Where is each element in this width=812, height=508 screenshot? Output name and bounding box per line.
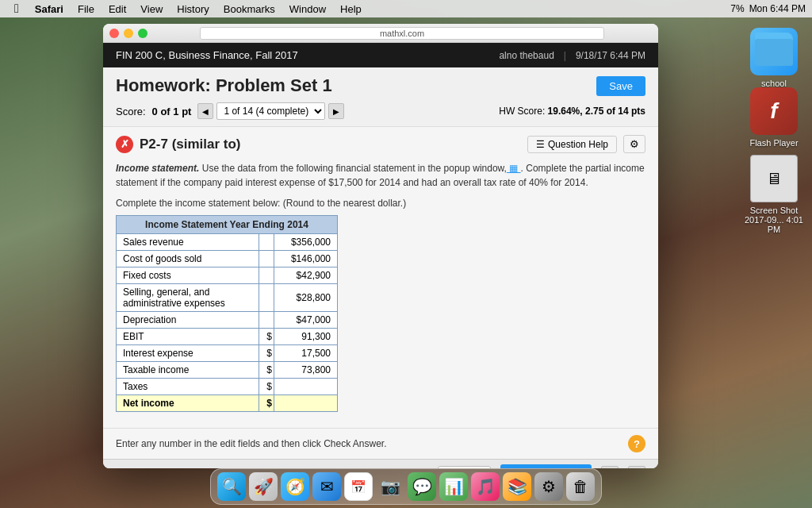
screenshot-icon: 🖥	[750, 155, 798, 202]
dock-books[interactable]: 📚	[503, 472, 531, 501]
settings-button[interactable]: ⚙	[623, 135, 645, 153]
maximize-button[interactable]	[138, 29, 147, 38]
row-dollar-sign: $	[259, 345, 274, 362]
apple-menu[interactable]: 	[6, 0, 27, 17]
table-row: Sales revenue$356,000	[117, 234, 338, 251]
row-dollar-sign: $	[259, 362, 274, 379]
row-dollar-sign	[259, 284, 274, 312]
url-bar[interactable]: mathxl.com	[200, 27, 604, 40]
row-label: Interest expense	[117, 345, 259, 362]
hw-header: Homework: Problem Set 1 Save Score: 0 of…	[103, 67, 658, 127]
instructions-prefix: Income statement.	[116, 163, 199, 174]
desktop-icon-school[interactable]: 🗂 school	[742, 28, 806, 88]
row-dollar-sign: $	[259, 379, 274, 395]
close-button[interactable]	[109, 29, 119, 38]
row-label: Cost of goods sold	[117, 251, 259, 267]
row-input[interactable]	[276, 381, 335, 392]
dock-messages[interactable]: 💬	[408, 472, 436, 501]
desktop-icon-flash-player[interactable]: f Flash Player	[742, 87, 806, 148]
table-row: Net income$	[117, 395, 338, 412]
row-value: $146,000	[274, 251, 338, 267]
dock-settings[interactable]: ⚙	[534, 472, 563, 501]
flash-player-icon: f	[750, 87, 798, 135]
browser-window: mathxl.com FIN 200 C, Business Finance, …	[103, 24, 658, 468]
desktop-icon-screenshot[interactable]: 🖥 Screen Shot 2017-09... 4:01 PM	[742, 155, 806, 234]
clock: Mon 6:44 PM	[749, 3, 806, 14]
minimize-button[interactable]	[124, 29, 133, 38]
row-label: EBIT	[117, 329, 259, 345]
hw-score-value: 19.64%, 2.75 of 14 pts	[548, 106, 645, 117]
table-row: EBIT$91,300	[117, 329, 338, 345]
table-row: Interest expense$17,500	[117, 345, 338, 362]
score-label: Score:	[116, 106, 146, 117]
income-statement-table: Income Statement Year Ending 2014 Sales …	[116, 215, 645, 412]
dock-launchpad[interactable]: 🚀	[249, 472, 278, 501]
row-label: Taxes	[117, 379, 259, 395]
prev-problem-button[interactable]: ◀	[197, 103, 213, 119]
row-input-cell[interactable]	[274, 395, 338, 412]
row-input-cell[interactable]	[274, 379, 338, 395]
row-label: Depreciation	[117, 312, 259, 329]
flash-player-icon-label: Flash Player	[749, 138, 798, 148]
row-value: $356,000	[274, 234, 338, 251]
row-label: Taxable income	[117, 362, 259, 379]
hw-score-label: HW Score:	[499, 106, 545, 117]
dock-music[interactable]: 🎵	[471, 472, 500, 501]
battery-status: 7%	[730, 3, 744, 14]
table-row: Selling, general, and administrative exp…	[117, 284, 338, 312]
save-button[interactable]: Save	[596, 76, 645, 96]
settings-icon: ⚙	[630, 138, 639, 150]
row-dollar-sign	[259, 251, 274, 267]
row-value: 91,300	[274, 329, 338, 345]
bottom-toolbar: All parts showing Clear All Check Answer…	[103, 459, 658, 468]
header-date: 9/18/17 6:44 PM	[576, 50, 645, 61]
dock-safari[interactable]: 🧭	[281, 472, 309, 501]
toolbar-prev-button[interactable]: ◀	[601, 466, 619, 469]
row-label: Fixed costs	[117, 267, 259, 284]
row-value: $42,900	[274, 267, 338, 284]
app-header: FIN 200 C, Business Finance, Fall 2017 a…	[103, 43, 658, 67]
dock-calendar[interactable]: 📅	[344, 472, 373, 501]
row-input[interactable]	[276, 398, 335, 409]
popup-window-link[interactable]: ▦	[507, 163, 521, 174]
screenshot-icon-label: Screen Shot 2017-09... 4:01 PM	[742, 206, 806, 234]
menu-bar:  Safari File Edit View History Bookmark…	[0, 0, 812, 17]
menu-edit[interactable]: Edit	[102, 2, 132, 17]
menu-history[interactable]: History	[170, 2, 215, 17]
table-row: Fixed costs$42,900	[117, 267, 338, 284]
problem-area: ✗ P2-7 (similar to) ☰ Question Help ⚙ In…	[103, 127, 658, 428]
row-value: $28,800	[274, 284, 338, 312]
score-value: 0 of 1 pt	[152, 106, 192, 117]
table-row: Depreciation$47,000	[117, 312, 338, 329]
row-label: Net income	[117, 395, 259, 412]
question-help-button[interactable]: ☰ Question Help	[527, 136, 617, 153]
menu-bookmarks[interactable]: Bookmarks	[217, 2, 282, 17]
row-value: 17,500	[274, 345, 338, 362]
user-name: alno thebaud	[499, 50, 553, 61]
menu-help[interactable]: Help	[334, 2, 368, 17]
browser-titlebar: mathxl.com	[103, 24, 658, 43]
menu-file[interactable]: File	[71, 2, 101, 17]
dock-mail[interactable]: ✉	[312, 472, 341, 501]
menu-safari[interactable]: Safari	[29, 2, 70, 17]
bottom-hint: Enter any number in the edit fields and …	[103, 428, 658, 459]
url-text: mathxl.com	[380, 29, 424, 38]
content-area: Homework: Problem Set 1 Save Score: 0 of…	[103, 67, 658, 468]
dock-numbers[interactable]: 📊	[439, 472, 468, 501]
course-title: FIN 200 C, Business Finance, Fall 2017	[116, 49, 298, 61]
table-row: Taxable income$73,800	[117, 362, 338, 379]
problem-status-icon: ✗	[116, 136, 133, 153]
row-label: Selling, general, and administrative exp…	[117, 284, 259, 312]
row-dollar-sign	[259, 312, 274, 329]
problem-instructions: Income statement. Use the data from the …	[116, 161, 645, 190]
hint-text: Enter any number in the edit fields and …	[116, 438, 387, 449]
toolbar-next-button[interactable]: ▶	[628, 466, 645, 469]
menu-view[interactable]: View	[134, 2, 169, 17]
menu-window[interactable]: Window	[283, 2, 332, 17]
dock-finder[interactable]: 🔍	[217, 472, 246, 501]
problem-nav-select[interactable]: 1 of 14 (4 complete)	[216, 102, 325, 120]
next-problem-button[interactable]: ▶	[328, 103, 344, 119]
dock-trash[interactable]: 🗑	[566, 472, 595, 501]
dock-photos[interactable]: 📷	[376, 472, 404, 501]
hint-button[interactable]: ?	[628, 435, 645, 452]
